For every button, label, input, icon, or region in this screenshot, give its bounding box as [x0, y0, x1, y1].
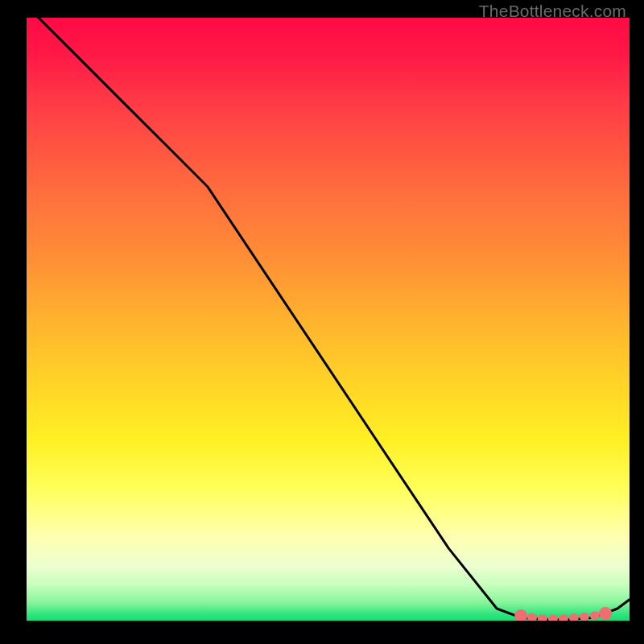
chart-frame: TheBottleneck.com [0, 0, 644, 644]
line-curve [27, 18, 630, 620]
valley-marker-left [514, 609, 527, 621]
valley-highlight [514, 607, 612, 621]
valley-marker-right [599, 607, 612, 620]
plot-area [27, 18, 630, 621]
watermark-text: TheBottleneck.com [479, 2, 626, 21]
valley-segment [521, 614, 605, 619]
chart-overlay [27, 18, 630, 621]
series-curve [27, 18, 630, 620]
